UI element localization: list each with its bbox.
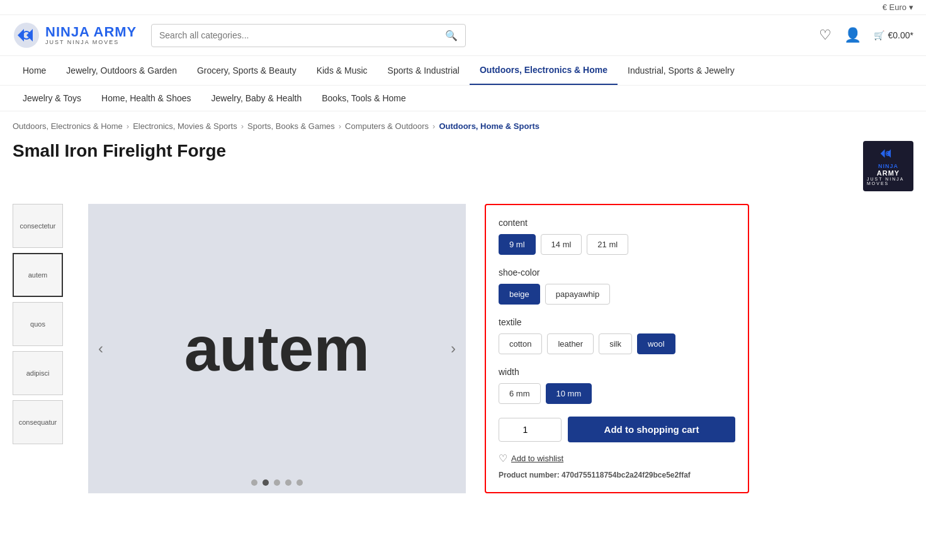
brand-tagline: JUST NINJA MOVES xyxy=(45,40,137,46)
top-bar: € Euro ▾ xyxy=(0,0,926,15)
thumbnail-2[interactable]: quos xyxy=(13,302,63,346)
thumbnail-4[interactable]: consequatur xyxy=(13,400,63,444)
nav-home[interactable]: Home xyxy=(13,57,56,84)
thumbnail-list: consectetur autem quos adipisci consequa… xyxy=(13,204,69,493)
main-content: consectetur autem quos adipisci consequa… xyxy=(0,204,926,512)
search-icon[interactable]: 🔍 xyxy=(445,30,458,42)
textile-btn-wool[interactable]: wool xyxy=(637,333,675,354)
nav-kids-music[interactable]: Kids & Music xyxy=(307,57,378,84)
breadcrumb-current: Outdoors, Home & Sports xyxy=(439,121,539,131)
brand-badge: NINJA ARMY JUST NINJA MOVES xyxy=(863,141,913,191)
breadcrumb-sep-4: › xyxy=(432,121,435,131)
nav-outdoors-electronics[interactable]: Outdoors, Electronics & Home xyxy=(470,56,618,85)
wishlist-heart-icon: ♡ xyxy=(499,452,507,464)
thumbnail-0[interactable]: consectetur xyxy=(13,204,63,248)
dot-1[interactable] xyxy=(263,479,269,486)
thumbnail-1[interactable]: autem xyxy=(13,253,63,297)
cart-price: €0.00* xyxy=(888,30,913,40)
content-btn-21ml[interactable]: 21 ml xyxy=(587,234,628,255)
breadcrumb-item-2[interactable]: Electronics, Movies & Sports xyxy=(133,121,237,131)
badge-brand-tagline: JUST NINJA MOVES xyxy=(867,177,910,186)
image-dots xyxy=(251,479,303,486)
wishlist-button[interactable]: ♡ xyxy=(819,27,832,43)
content-btn-9ml[interactable]: 9 ml xyxy=(499,234,536,255)
textile-btn-leather[interactable]: leather xyxy=(547,333,594,354)
textile-btn-cotton[interactable]: cotton xyxy=(499,333,542,354)
shoe-color-option-label: shoe-color xyxy=(499,267,735,277)
nav-primary: Home Jewelry, Outdoors & Garden Grocery,… xyxy=(0,56,926,86)
header-actions: ♡ 👤 🛒 €0.00* xyxy=(819,27,913,43)
image-prev-button[interactable]: ‹ xyxy=(93,335,108,362)
breadcrumb-item-4[interactable]: Computers & Outdoors xyxy=(345,121,429,131)
badge-brand-ninja: NINJA xyxy=(878,163,898,169)
breadcrumb-item-3[interactable]: Sports, Books & Games xyxy=(247,121,335,131)
nav-sports-industrial[interactable]: Sports & Industrial xyxy=(378,57,470,84)
currency-label: € Euro xyxy=(883,3,906,12)
account-icon: 👤 xyxy=(844,27,861,43)
dot-3[interactable] xyxy=(285,479,291,486)
dot-0[interactable] xyxy=(251,479,257,486)
logo[interactable]: NINJA ARMY JUST NINJA MOVES xyxy=(13,21,138,49)
nav-jewelry-baby[interactable]: Jewelry, Baby & Health xyxy=(201,86,312,111)
shoe-color-btn-beige[interactable]: beige xyxy=(499,284,540,305)
shoe-color-option-buttons: beige papayawhip xyxy=(499,284,735,305)
cart-icon: 🛒 xyxy=(874,30,884,40)
currency-arrow: ▾ xyxy=(909,3,913,12)
width-option-label: width xyxy=(499,367,735,377)
textile-btn-silk[interactable]: silk xyxy=(599,333,632,354)
nav-books-tools[interactable]: Books, Tools & Home xyxy=(312,86,416,111)
cart-button[interactable]: 🛒 €0.00* xyxy=(874,30,913,40)
breadcrumb-sep-2: › xyxy=(241,121,244,131)
breadcrumb-sep-3: › xyxy=(339,121,341,131)
product-options-panel: content 9 ml 14 ml 21 ml shoe-color beig… xyxy=(485,204,749,493)
quantity-input[interactable] xyxy=(499,418,562,442)
shoe-color-btn-papayawhip[interactable]: papayawhip xyxy=(545,284,610,305)
header: NINJA ARMY JUST NINJA MOVES 🔍 ♡ 👤 🛒 €0.0… xyxy=(0,15,926,56)
width-option-buttons: 6 mm 10 mm xyxy=(499,383,735,404)
breadcrumb: Outdoors, Electronics & Home › Electroni… xyxy=(0,111,926,141)
add-to-cart-row: Add to shopping cart xyxy=(499,417,735,442)
breadcrumb-item-1[interactable]: Outdoors, Electronics & Home xyxy=(13,121,123,131)
content-btn-14ml[interactable]: 14 ml xyxy=(541,234,582,255)
brand-army: ARMY xyxy=(89,24,137,40)
nav-industrial-sports[interactable]: Industrial, Sports & Jewelry xyxy=(618,57,745,84)
wishlist-row: ♡ Add to wishlist xyxy=(499,452,735,464)
product-number-label: Product number: xyxy=(499,471,560,479)
dot-2[interactable] xyxy=(274,479,280,486)
thumbnail-3[interactable]: adipisci xyxy=(13,351,63,395)
svg-marker-4 xyxy=(881,149,885,158)
add-to-wishlist-link[interactable]: Add to wishlist xyxy=(511,454,563,463)
nav-jewelry-toys[interactable]: Jewelry & Toys xyxy=(13,86,91,111)
page-title-section: Small Iron Firelight Forge NINJA ARMY JU… xyxy=(0,141,926,204)
brand-name: NINJA ARMY xyxy=(45,25,137,40)
width-option-group: width 6 mm 10 mm xyxy=(499,367,735,404)
textile-option-group: textile cotton leather silk wool xyxy=(499,317,735,354)
textile-option-buttons: cotton leather silk wool xyxy=(499,333,735,354)
wishlist-icon: ♡ xyxy=(819,27,832,43)
page-title: Small Iron Firelight Forge xyxy=(13,141,226,161)
content-option-group: content 9 ml 14 ml 21 ml xyxy=(499,218,735,255)
main-image: ‹ autem › xyxy=(88,204,466,493)
search-input[interactable] xyxy=(159,30,440,40)
nav-jewelry-outdoors[interactable]: Jewelry, Outdoors & Garden xyxy=(56,57,187,84)
add-to-cart-button[interactable]: Add to shopping cart xyxy=(568,417,735,442)
main-image-text: autem xyxy=(184,313,370,385)
shoe-color-option-group: shoe-color beige papayawhip xyxy=(499,267,735,305)
currency-selector[interactable]: € Euro ▾ xyxy=(883,3,913,12)
nav-home-health[interactable]: Home, Health & Shoes xyxy=(91,86,201,111)
badge-brand-army: ARMY xyxy=(877,169,900,177)
account-button[interactable]: 👤 xyxy=(844,27,861,43)
logo-text: NINJA ARMY JUST NINJA MOVES xyxy=(45,25,137,46)
width-btn-6mm[interactable]: 6 mm xyxy=(499,383,541,404)
brand-ninja: NINJA xyxy=(45,24,89,40)
width-btn-10mm[interactable]: 10 mm xyxy=(546,383,592,404)
breadcrumb-sep-1: › xyxy=(127,121,129,131)
content-option-buttons: 9 ml 14 ml 21 ml xyxy=(499,234,735,255)
nav-grocery-sports[interactable]: Grocery, Sports & Beauty xyxy=(187,57,307,84)
product-number-value: 470d755118754bc2a24f29bce5e2ffaf xyxy=(562,471,691,479)
image-next-button[interactable]: › xyxy=(446,335,461,362)
dot-4[interactable] xyxy=(296,479,303,486)
content-option-label: content xyxy=(499,218,735,228)
search-bar: 🔍 xyxy=(151,24,466,47)
logo-icon xyxy=(13,21,40,49)
